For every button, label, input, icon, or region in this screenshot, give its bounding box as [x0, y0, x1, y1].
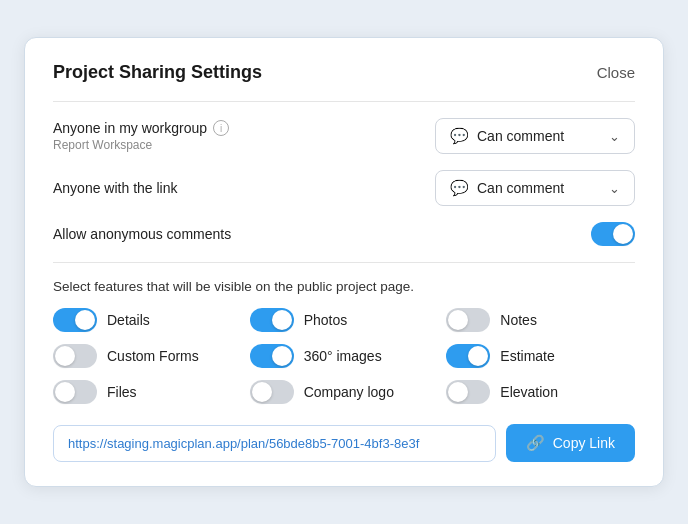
info-icon[interactable]: i — [213, 120, 229, 136]
feature-elevation: Elevation — [446, 380, 635, 404]
features-section-label: Select features that will be visible on … — [53, 279, 635, 294]
feature-label-estimate: Estimate — [500, 348, 554, 364]
toggle-company-logo[interactable] — [250, 380, 294, 404]
toggle-thumb — [613, 224, 633, 244]
toggle-360-images[interactable] — [250, 344, 294, 368]
feature-estimate: Estimate — [446, 344, 635, 368]
feature-photos: Photos — [250, 308, 439, 332]
workgroup-permission-dropdown[interactable]: 💬 Can comment ⌄ — [435, 118, 635, 154]
features-grid: Details Photos Notes Custom Forms — [53, 308, 635, 404]
toggle-thumb-custom-forms — [55, 346, 75, 366]
dialog-title: Project Sharing Settings — [53, 62, 262, 83]
dropdown-left: 💬 Can comment — [450, 127, 564, 145]
copy-link-button[interactable]: 🔗 Copy Link — [506, 424, 635, 462]
toggle-notes[interactable] — [446, 308, 490, 332]
toggle-details[interactable] — [53, 308, 97, 332]
workgroup-sublabel: Report Workspace — [53, 138, 229, 152]
dialog-header: Project Sharing Settings Close — [53, 62, 635, 83]
toggle-thumb-company-logo — [252, 382, 272, 402]
toggle-estimate[interactable] — [446, 344, 490, 368]
feature-label-details: Details — [107, 312, 150, 328]
chevron-down-icon: ⌄ — [609, 129, 620, 144]
feature-label-photos: Photos — [304, 312, 348, 328]
workgroup-label-inline: Anyone in my workgroup i — [53, 120, 229, 136]
feature-label-360-images: 360° images — [304, 348, 382, 364]
toggle-thumb-360 — [272, 346, 292, 366]
toggle-thumb-details — [75, 310, 95, 330]
feature-company-logo: Company logo — [250, 380, 439, 404]
feature-label-files: Files — [107, 384, 137, 400]
feature-label-company-logo: Company logo — [304, 384, 394, 400]
anon-comments-row: Allow anonymous comments — [53, 222, 635, 246]
anyone-link-permission-label: Can comment — [477, 180, 564, 196]
anon-comments-toggle[interactable] — [591, 222, 635, 246]
dropdown-left-2: 💬 Can comment — [450, 179, 564, 197]
feature-details: Details — [53, 308, 242, 332]
workgroup-label-group: Anyone in my workgroup i Report Workspac… — [53, 120, 229, 152]
anyone-link-dropdown[interactable]: 💬 Can comment ⌄ — [435, 170, 635, 206]
feature-custom-forms: Custom Forms — [53, 344, 242, 368]
toggle-elevation[interactable] — [446, 380, 490, 404]
header-divider — [53, 101, 635, 102]
link-chain-icon: 🔗 — [526, 434, 545, 452]
anyone-link-row: Anyone with the link 💬 Can comment ⌄ — [53, 170, 635, 206]
workgroup-row: Anyone in my workgroup i Report Workspac… — [53, 118, 635, 154]
comment-icon-2: 💬 — [450, 179, 469, 197]
link-input[interactable] — [53, 425, 496, 462]
feature-notes: Notes — [446, 308, 635, 332]
comment-icon: 💬 — [450, 127, 469, 145]
feature-label-custom-forms: Custom Forms — [107, 348, 199, 364]
workgroup-permission-label: Can comment — [477, 128, 564, 144]
feature-label-notes: Notes — [500, 312, 537, 328]
anon-comments-label: Allow anonymous comments — [53, 226, 231, 242]
toggle-files[interactable] — [53, 380, 97, 404]
chevron-down-icon-2: ⌄ — [609, 181, 620, 196]
copy-link-label: Copy Link — [553, 435, 615, 451]
toggle-custom-forms[interactable] — [53, 344, 97, 368]
feature-files: Files — [53, 380, 242, 404]
link-row: 🔗 Copy Link — [53, 424, 635, 462]
feature-360-images: 360° images — [250, 344, 439, 368]
workgroup-label: Anyone in my workgroup — [53, 120, 207, 136]
toggle-thumb-photos — [272, 310, 292, 330]
sharing-settings-dialog: Project Sharing Settings Close Anyone in… — [24, 37, 664, 487]
toggle-photos[interactable] — [250, 308, 294, 332]
features-divider — [53, 262, 635, 263]
toggle-thumb-files — [55, 382, 75, 402]
feature-label-elevation: Elevation — [500, 384, 558, 400]
close-button[interactable]: Close — [597, 64, 635, 81]
anyone-link-label: Anyone with the link — [53, 180, 178, 196]
